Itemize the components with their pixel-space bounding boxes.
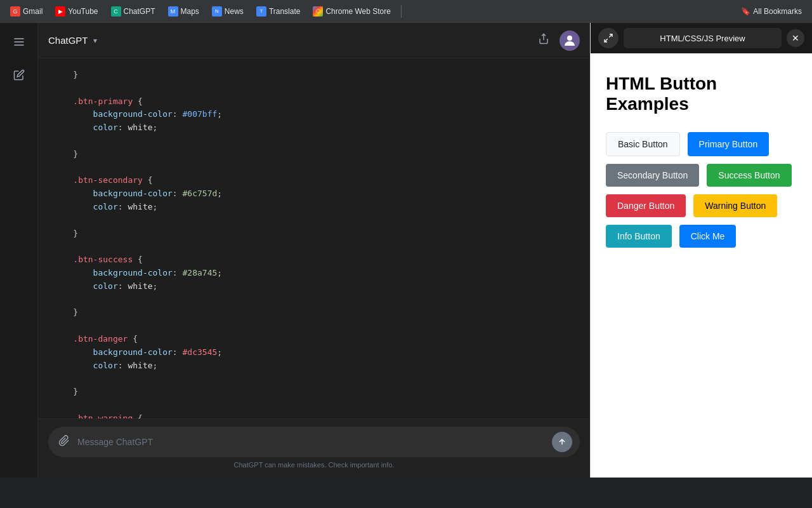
code-line: color: white;: [53, 359, 575, 373]
warning-button[interactable]: Warning Button: [693, 194, 777, 217]
attach-file-button[interactable]: [56, 432, 72, 452]
success-button[interactable]: Success Button: [707, 164, 791, 187]
code-line: }: [53, 385, 575, 399]
bookmark-folder-icon: 🔖: [741, 7, 750, 16]
code-line: background-color: #dc3545;: [53, 346, 575, 359]
chatgpt-main: ChatGPT ▾: [38, 23, 590, 478]
code-line: [53, 293, 575, 307]
bookmark-gmail[interactable]: G Gmail: [5, 4, 48, 19]
code-line: [53, 214, 575, 227]
code-line: [53, 399, 575, 412]
code-line-btn-primary: .btn-primary {: [53, 95, 575, 109]
preview-content: HTML Button Examples Basic Button Primar…: [591, 53, 812, 478]
info-button[interactable]: Info Button: [606, 225, 672, 248]
click-me-button[interactable]: Click Me: [679, 225, 737, 248]
sidebar-menu-icon[interactable]: [8, 30, 30, 53]
chatgpt-sidebar: [0, 23, 38, 478]
bookmarks-bar: G Gmail ▶ YouTube C ChatGPT M Maps N New…: [0, 0, 812, 23]
chatgpt-model-chevron[interactable]: ▾: [93, 36, 97, 45]
primary-button[interactable]: Primary Button: [688, 132, 769, 156]
preview-expand-button[interactable]: [598, 28, 619, 48]
button-row-4: Info Button Click Me: [606, 225, 797, 248]
code-line-btn-secondary: .btn-secondary {: [53, 174, 575, 187]
code-line: [53, 372, 575, 385]
bookmark-youtube[interactable]: ▶ YouTube: [50, 4, 103, 19]
chat-input-area: ChatGPT can make mistakes. Check importa…: [38, 418, 590, 478]
sidebar-edit-icon[interactable]: [8, 64, 30, 86]
header-actions: [535, 30, 580, 51]
disclaimer-text: ChatGPT can make mistakes. Check importa…: [48, 457, 580, 472]
preview-title-bar: HTML/CSS/JS Preview: [624, 28, 782, 48]
message-input[interactable]: [77, 437, 547, 447]
preview-header: HTML/CSS/JS Preview ✕: [591, 23, 812, 53]
secondary-button[interactable]: Secondary Button: [606, 164, 699, 187]
user-avatar[interactable]: [560, 30, 580, 51]
svg-line-7: [605, 39, 608, 42]
bookmark-news[interactable]: N News: [207, 4, 249, 19]
send-message-button[interactable]: [552, 432, 572, 452]
code-line: background-color: #007bff;: [53, 108, 575, 121]
code-line: color: white;: [53, 201, 575, 214]
chatgpt-logo: ChatGPT: [48, 35, 88, 46]
code-line-btn-success: .btn-success {: [53, 253, 575, 267]
button-row-2: Secondary Button Success Button: [606, 164, 797, 187]
code-line: [53, 240, 575, 253]
bookmark-chatgpt-label: ChatGPT: [124, 7, 155, 16]
code-line: [53, 161, 575, 175]
svg-point-4: [567, 36, 572, 41]
code-line-btn-danger: .btn-danger {: [53, 333, 575, 346]
bookmark-youtube-label: YouTube: [68, 7, 98, 16]
all-bookmarks-button[interactable]: 🔖 All Bookmarks: [736, 4, 807, 18]
basic-button[interactable]: Basic Button: [606, 132, 680, 156]
code-line: background-color: #6c757d;: [53, 187, 575, 201]
button-row-3: Danger Button Warning Button: [606, 194, 797, 217]
bookmark-chrome-store[interactable]: ⬡ Chrome Web Store: [308, 4, 396, 19]
button-row-1: Basic Button Primary Button: [606, 132, 797, 156]
bookmark-news-label: News: [225, 7, 244, 16]
bookmark-maps-label: Maps: [181, 7, 199, 16]
code-line: [53, 82, 575, 95]
bookmark-maps[interactable]: M Maps: [163, 4, 204, 19]
main-layout: ChatGPT ▾: [0, 23, 812, 478]
bookmark-chatgpt[interactable]: C ChatGPT: [106, 4, 160, 19]
all-bookmarks-label: All Bookmarks: [753, 7, 802, 16]
bookmark-gmail-label: Gmail: [23, 7, 43, 16]
input-wrapper: [48, 427, 580, 457]
bookmark-chrome-store-label: Chrome Web Store: [325, 7, 391, 16]
code-line: }: [53, 306, 575, 319]
code-line: color: white;: [53, 280, 575, 293]
bookmark-translate-label: Translate: [269, 7, 301, 16]
preview-panel: HTML/CSS/JS Preview ✕ HTML Button Exampl…: [590, 23, 812, 478]
code-line: background-color: #28a745;: [53, 267, 575, 280]
chatgpt-header: ChatGPT ▾: [38, 23, 590, 58]
code-line: [53, 135, 575, 148]
bookmarks-divider: [401, 5, 402, 18]
share-button[interactable]: [535, 30, 552, 50]
preview-close-button[interactable]: ✕: [787, 29, 804, 47]
close-icon: ✕: [792, 33, 799, 43]
code-line: }: [53, 227, 575, 241]
code-line-btn-warning: .btn-warning {: [53, 412, 575, 418]
code-line: }: [53, 69, 575, 82]
preview-main-title: HTML Button Examples: [606, 74, 797, 114]
code-line: color: white;: [53, 121, 575, 135]
danger-button[interactable]: Danger Button: [606, 194, 686, 217]
svg-line-6: [609, 34, 612, 37]
bookmark-translate[interactable]: T Translate: [251, 4, 306, 19]
code-editor-area: } .btn-primary { background-color: #007b…: [38, 58, 590, 418]
code-line: }: [53, 148, 575, 161]
button-demo-grid: Basic Button Primary Button Secondary Bu…: [606, 132, 797, 248]
preview-title: HTML/CSS/JS Preview: [660, 34, 745, 43]
code-line: [53, 319, 575, 333]
